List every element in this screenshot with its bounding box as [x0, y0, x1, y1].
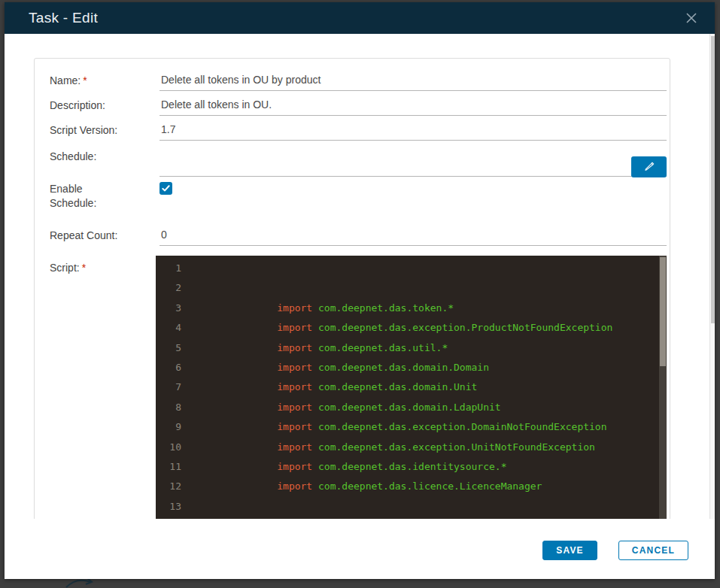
modal-title: Task - Edit: [29, 10, 98, 26]
editor-line: 4 import com.deepnet.das.exception.Produ…: [156, 318, 667, 338]
modal-scrollbar[interactable]: [709, 34, 715, 519]
enable-schedule-checkbox[interactable]: [159, 182, 172, 195]
editor-line: 12 import com.deepnet.das.licence.Licenc…: [156, 477, 667, 496]
script-editor[interactable]: 123 import com.deepnet.das.token.*4 impo…: [156, 256, 667, 519]
required-asterisk: *: [82, 262, 86, 274]
editor-line: 10 import com.deepnet.das.exception.Unit…: [156, 438, 667, 457]
script-version-label: Script Version:: [50, 118, 159, 138]
schedule-label: Schedule:: [50, 144, 159, 164]
close-icon[interactable]: [683, 10, 700, 26]
script-row: Script:* 123 import com.deepnet.das.toke…: [50, 256, 667, 519]
modal-header: Task - Edit: [5, 2, 715, 34]
name-row: Name:*: [50, 68, 667, 93]
editor-line: 9 import com.deepnet.das.exception.Domai…: [156, 417, 667, 437]
enable-schedule-row: Enable Schedule:: [50, 181, 667, 222]
save-button[interactable]: SAVE: [542, 541, 597, 560]
description-label: Description:: [50, 93, 159, 113]
modal-body: Name:* Description: Script Version:: [5, 34, 715, 519]
script-label: Script:*: [50, 256, 159, 275]
name-input[interactable]: [159, 68, 667, 91]
modal-footer: SAVE CANCEL: [5, 519, 715, 579]
editor-line: 13: [156, 497, 667, 517]
task-edit-modal: Task - Edit Name:* Description:: [5, 2, 715, 579]
editor-line: 7 import com.deepnet.das.domain.Unit: [156, 377, 667, 397]
description-row: Description:: [50, 93, 667, 118]
editor-line: 3 import com.deepnet.das.token.*: [156, 299, 667, 318]
repeat-count-label: Repeat Count:: [50, 223, 159, 243]
edit-schedule-button[interactable]: [631, 156, 667, 177]
editor-line: 11 import com.deepnet.das.identitysource…: [156, 457, 667, 477]
modal-backdrop: { "modal": { "title": "Task - Edit", "cl…: [0, 0, 720, 588]
script-editor-lines: 123 import com.deepnet.das.token.*4 impo…: [156, 256, 667, 519]
cancel-button[interactable]: CANCEL: [618, 541, 688, 560]
enable-schedule-label: Enable Schedule:: [50, 181, 159, 211]
editor-scrollbar[interactable]: [659, 256, 667, 519]
name-label: Name:*: [50, 68, 159, 88]
editor-line: 2: [156, 278, 667, 298]
editor-line: 14 if (Util.isNull(removeInactiveTokensO…: [156, 517, 667, 519]
task-form-card: Name:* Description: Script Version:: [34, 58, 670, 519]
editor-line: 5 import com.deepnet.das.util.*: [156, 338, 667, 358]
editor-line: 6 import com.deepnet.das.domain.Domain: [156, 358, 667, 377]
repeat-count-row: Repeat Count:: [50, 223, 667, 248]
required-asterisk: *: [83, 74, 87, 86]
repeat-count-input[interactable]: [159, 223, 667, 246]
script-version-row: Script Version:: [50, 118, 667, 143]
pencil-icon: [643, 160, 655, 174]
schedule-input[interactable]: [159, 144, 667, 177]
script-version-input[interactable]: [159, 118, 667, 141]
schedule-row: Schedule:: [50, 144, 667, 177]
modal-scrollbar-thumb[interactable]: [711, 36, 715, 323]
checkmark-icon: [162, 182, 170, 195]
editor-line: 8 import com.deepnet.das.domain.LdapUnit: [156, 398, 667, 417]
editor-scrollbar-thumb[interactable]: [660, 257, 666, 366]
editor-line: 1: [156, 259, 667, 278]
description-input[interactable]: [159, 93, 667, 116]
